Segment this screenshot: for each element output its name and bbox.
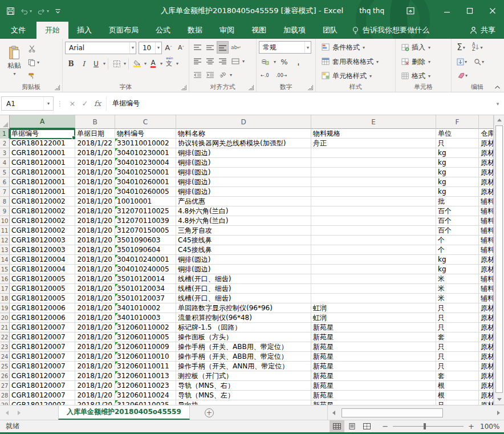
row-number[interactable]: 2 bbox=[0, 139, 10, 148]
cell[interactable]: 312060110005 bbox=[115, 332, 176, 342]
cell[interactable]: CGR180120007 bbox=[10, 323, 75, 332]
fill-color-dropdown[interactable]: ▾ bbox=[144, 61, 147, 66]
italic-button[interactable]: I bbox=[78, 58, 90, 70]
cell[interactable]: 辅料 bbox=[479, 274, 494, 284]
cell[interactable]: 线槽(开口、细齿) bbox=[176, 284, 311, 294]
cell[interactable]: CGR180120001 bbox=[10, 168, 75, 177]
vertical-scrollbar[interactable] bbox=[494, 115, 504, 405]
cell[interactable]: 2018/1/20 bbox=[75, 216, 115, 226]
cell[interactable]: CGR180120004 bbox=[10, 255, 75, 265]
cell[interactable]: 导轨（MNS、左） bbox=[176, 391, 311, 400]
redo-icon[interactable]: ▾ bbox=[37, 7, 49, 15]
column-header[interactable]: D bbox=[176, 115, 311, 129]
cell[interactable]: 3401010003 bbox=[115, 313, 176, 323]
phonetic-dropdown[interactable]: ▾ bbox=[176, 61, 178, 66]
customize-qat-icon[interactable] bbox=[54, 7, 62, 15]
underline-button[interactable]: U bbox=[90, 58, 102, 70]
cell[interactable]: 原材 bbox=[479, 332, 494, 342]
cell[interactable]: 铜排(圆边) bbox=[176, 255, 311, 265]
tab-review[interactable]: 审阅 bbox=[211, 22, 243, 39]
cell[interactable]: 原材 bbox=[479, 323, 494, 332]
cell[interactable]: 304010230004 bbox=[115, 158, 176, 168]
cell[interactable]: 2018/1/20 bbox=[75, 187, 115, 197]
zoom-in-icon[interactable]: + bbox=[468, 422, 474, 431]
cell[interactable] bbox=[311, 284, 436, 294]
cell[interactable]: 辅料 bbox=[479, 294, 494, 303]
cell[interactable]: 线槽(开口、细齿) bbox=[176, 274, 311, 284]
cell[interactable]: 312060110025 bbox=[115, 400, 176, 405]
phonetic-guide-icon[interactable]: wén文 bbox=[163, 58, 175, 70]
cell[interactable]: 辅料 bbox=[479, 236, 494, 245]
cell[interactable]: 仓库 bbox=[479, 129, 494, 139]
tell-me-box[interactable]: 告诉我你想要做什么 bbox=[352, 22, 429, 39]
column-header[interactable]: B bbox=[75, 115, 115, 129]
cell[interactable]: 三角牙自攻 bbox=[176, 226, 311, 236]
delete-cells-button[interactable]: 删除▾ bbox=[400, 55, 449, 68]
cell[interactable]: 2018/1/20 bbox=[75, 148, 115, 158]
cell[interactable]: 原材 bbox=[479, 381, 494, 391]
cell[interactable]: 原材 bbox=[479, 255, 494, 265]
horizontal-scrollbar-thumb[interactable] bbox=[342, 408, 443, 417]
cell[interactable]: CGR180120004 bbox=[10, 265, 75, 274]
cell[interactable]: 2018/1/20 bbox=[75, 197, 115, 206]
cell[interactable]: 操作手柄（开关、ABB用、带定位） bbox=[176, 342, 311, 352]
cell[interactable]: CGR180120005 bbox=[10, 274, 75, 284]
alignment-dialog-launcher[interactable] bbox=[249, 85, 254, 90]
cell[interactable]: 304010240001 bbox=[115, 255, 176, 265]
row-number[interactable]: 25 bbox=[0, 362, 10, 371]
cell[interactable]: 新苑星 bbox=[311, 371, 436, 381]
row-number[interactable]: 19 bbox=[0, 303, 10, 313]
cell[interactable]: 原材 bbox=[479, 362, 494, 371]
cell[interactable]: 2018/1/20 bbox=[75, 381, 115, 391]
scroll-up-icon[interactable] bbox=[494, 115, 504, 125]
row-number[interactable]: 13 bbox=[0, 245, 10, 255]
select-all-corner[interactable] bbox=[0, 115, 10, 129]
font-name-combo[interactable]: Arial ▾ bbox=[65, 42, 136, 54]
next-sheet-icon[interactable] bbox=[18, 411, 21, 415]
cell[interactable]: 流量积算控制仪(96*48) bbox=[176, 313, 311, 323]
cell[interactable]: CGR180120002 bbox=[10, 206, 75, 216]
new-sheet-icon[interactable]: + bbox=[205, 408, 214, 417]
row-number[interactable]: 15 bbox=[0, 265, 10, 274]
cell[interactable]: 2018/1/20 bbox=[75, 274, 115, 284]
cell[interactable]: 312070110025 bbox=[115, 206, 176, 216]
cell[interactable]: 2018/1/20 bbox=[75, 245, 115, 255]
row-number[interactable]: 10 bbox=[0, 216, 10, 226]
cell[interactable]: 根 bbox=[436, 391, 479, 400]
center-icon[interactable] bbox=[204, 55, 216, 67]
row-number[interactable]: 16 bbox=[0, 274, 10, 284]
cell[interactable] bbox=[311, 274, 436, 284]
cell[interactable]: 物料名称 bbox=[176, 129, 311, 139]
cell[interactable]: 米 bbox=[436, 274, 479, 284]
format-painter-button[interactable] bbox=[26, 70, 41, 82]
column-header[interactable]: F bbox=[436, 115, 479, 129]
find-select-icon[interactable]: ▾ bbox=[472, 55, 486, 68]
tab-formulas[interactable]: 公式 bbox=[147, 22, 179, 39]
cell[interactable]: 新苑星 bbox=[311, 323, 436, 332]
page-break-view-icon[interactable] bbox=[359, 420, 374, 432]
cell[interactable]: 测控板（开门式） bbox=[176, 371, 311, 381]
fill-down-icon[interactable]: ▾ bbox=[455, 55, 469, 68]
cell[interactable]: 单位 bbox=[436, 129, 479, 139]
vertical-scrollbar-thumb[interactable] bbox=[495, 125, 503, 393]
cell[interactable]: 标记牌-1.5 （回路） bbox=[176, 323, 311, 332]
cell[interactable]: 米 bbox=[436, 284, 479, 294]
cell[interactable]: 2018/1/20 bbox=[75, 332, 115, 342]
maximize-button[interactable] bbox=[458, 0, 481, 22]
row-number[interactable]: 4 bbox=[0, 158, 10, 168]
cell[interactable]: 304010260005 bbox=[115, 187, 176, 197]
insert-cells-button[interactable]: 插入▾ bbox=[400, 40, 449, 54]
row-number[interactable]: 26 bbox=[0, 371, 10, 381]
cell[interactable]: 辅料 bbox=[479, 197, 494, 206]
tab-home[interactable]: 开始 bbox=[36, 22, 68, 39]
cell[interactable]: CGR180120001 bbox=[10, 148, 75, 158]
cell[interactable]: 2018/1/20 bbox=[75, 158, 115, 168]
cell[interactable]: 原材 bbox=[479, 158, 494, 168]
increase-decimal-icon[interactable]: ←.0 bbox=[259, 69, 271, 82]
autosum-button[interactable]: Σ▾ bbox=[455, 41, 467, 54]
cell[interactable]: 2018/1/20 bbox=[75, 236, 115, 245]
font-color-icon[interactable]: A bbox=[147, 58, 159, 70]
underline-dropdown[interactable]: ▾ bbox=[103, 61, 105, 66]
row-number[interactable]: 7 bbox=[0, 187, 10, 197]
wrap-text-icon[interactable]: ab↵ bbox=[229, 41, 243, 54]
